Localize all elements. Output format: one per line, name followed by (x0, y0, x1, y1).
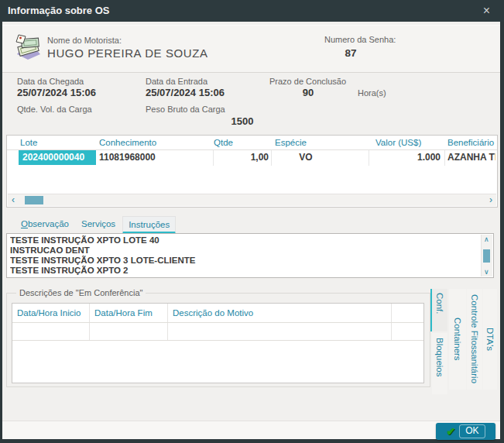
instruction-line: TESTE INSTRUÇÃO XPTO 2 (10, 266, 479, 276)
vertical-scrollbar[interactable]: ∧ ∨ (481, 235, 492, 276)
col-header-motivo[interactable]: Descrição do Motivo (168, 304, 392, 322)
chegada-value: 25/07/2024 15:06 (17, 87, 96, 98)
money-notes-icon (13, 33, 44, 66)
col-header-qtde[interactable]: Qtde (214, 138, 233, 147)
instruction-line: TESTE INSTRUÇÃO XPTO LOTE 40 (10, 235, 479, 246)
cell-especie[interactable]: VO (275, 150, 337, 165)
cell-valor[interactable]: 1.000 (371, 150, 441, 165)
entrada-value: 25/07/2024 15:06 (146, 87, 225, 98)
col-header-lote[interactable]: Lote (20, 138, 37, 147)
peso-value: 1500 (211, 115, 273, 127)
tab-instrucoes[interactable]: Instruções (122, 216, 176, 234)
tab-servicos[interactable]: Serviços (76, 216, 121, 234)
dialog-title: Informação sobre OS (8, 5, 109, 16)
instruction-line: TESTE INSTRUÇÃO XPTO 3 LOTE-CLIENTE (10, 256, 479, 266)
conference-empty-row[interactable] (12, 323, 423, 341)
cell-qtde[interactable]: 1,00 (216, 150, 269, 165)
driver-name-label: Nome do Motorista: (47, 36, 122, 45)
side-tab-bar: Conf. Bloqueios Containers Controle Fito… (430, 289, 499, 390)
side-tab-bloqueios[interactable]: Bloqueios (432, 333, 447, 394)
conference-table: Data/Hora Inicio Data/Hora Fim Descrição… (12, 303, 424, 383)
conference-groupbox: Descrições de "Em Conferência" Data/Hora… (6, 293, 430, 387)
horizontal-scrollbar[interactable]: ‹ › (8, 194, 496, 206)
driver-panel: Nome do Motorista: HUGO PEREIRA DE SOUZA… (2, 25, 500, 73)
instruction-line: INSTRUCAO DENT (10, 246, 479, 256)
conference-table-header: Data/Hora Inicio Data/Hora Fim Descrição… (12, 304, 423, 323)
cell-beneficiario[interactable]: AZANHA TR (447, 150, 495, 165)
notes-tab-bar: Observação Serviços Instruções (15, 216, 176, 234)
col-header-beneficiario[interactable]: Beneficiário (447, 138, 494, 147)
entrada-label: Data da Entrada (146, 77, 207, 86)
col-header-especie[interactable]: Espécie (275, 138, 307, 147)
title-bar: Informação sobre OS × (0, 0, 504, 22)
cell-lote-selected[interactable]: 202400000040 (19, 150, 96, 165)
lots-table: Lote Conhecimento Qtde Espécie Valor (US… (6, 135, 498, 208)
ok-button-label: OK (459, 424, 485, 438)
prazo-label: Prazo de Conclusão (269, 77, 346, 86)
senha-value: 87 (326, 47, 375, 59)
col-header-valor[interactable]: Valor (US$) (375, 138, 421, 147)
table-row[interactable]: 202400000040 11081968000 1,00 VO 1.000 A… (7, 150, 497, 166)
senha-label: Numero da Senha: (324, 35, 396, 44)
side-tab-containers[interactable]: Containers (449, 289, 466, 390)
scroll-up-icon[interactable]: ∧ (484, 235, 489, 243)
lots-table-header: Lote Conhecimento Qtde Espécie Valor (US… (7, 136, 497, 150)
prazo-unit: Hora(s) (358, 88, 386, 98)
side-tab-dtas[interactable]: DTA's (483, 289, 497, 390)
qtde-vol-label: Qtde. Vol. da Carga (17, 105, 92, 114)
footer-bar: ✔ OK (2, 421, 500, 439)
dialog-body: Nome do Motorista: HUGO PEREIRA DE SOUZA… (2, 22, 500, 439)
cell-conhecimento[interactable]: 11081968000 (99, 150, 156, 165)
instructions-textarea[interactable]: TESTE INSTRUÇÃO XPTO LOTE 40 INSTRUCAO D… (6, 233, 494, 278)
hscroll-thumb[interactable] (25, 196, 43, 204)
scroll-left-icon[interactable]: ‹ (12, 194, 15, 205)
side-tab-conf[interactable]: Conf. (430, 289, 447, 331)
ok-button[interactable]: ✔ OK (436, 423, 495, 440)
peso-label: Peso Bruto da Carga (146, 105, 225, 114)
chegada-label: Data da Chegada (17, 77, 84, 86)
close-icon[interactable]: × (478, 2, 495, 19)
col-header-fim[interactable]: Data/Hora Fim (90, 304, 168, 322)
prazo-value: 90 (281, 87, 335, 98)
col-header-conhecimento[interactable]: Conhecimento (99, 138, 156, 147)
col-header-inicio[interactable]: Data/Hora Inicio (12, 304, 90, 322)
instructions-text: TESTE INSTRUÇÃO XPTO LOTE 40 INSTRUCAO D… (10, 235, 479, 276)
check-icon: ✔ (446, 425, 455, 438)
vscroll-thumb[interactable] (483, 249, 490, 263)
scroll-down-icon[interactable]: ∨ (484, 268, 489, 276)
conference-group-label: Descrições de "Em Conferência" (16, 288, 146, 297)
side-tab-controle-fitossanitario[interactable]: Controle Fitossanitário (467, 289, 482, 390)
driver-name-value: HUGO PEREIRA DE SOUZA (47, 46, 208, 60)
os-info-dialog: Informação sobre OS × (0, 0, 504, 443)
scroll-right-icon[interactable]: › (489, 194, 492, 205)
tab-observacao[interactable]: Observação (15, 216, 74, 234)
